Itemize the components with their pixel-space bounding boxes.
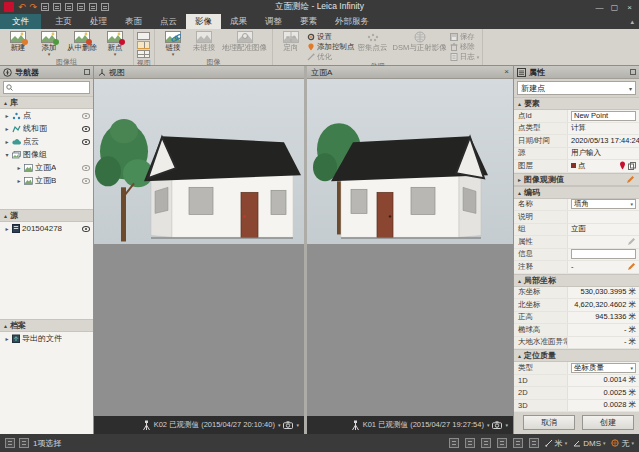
info-field[interactable] <box>571 249 636 259</box>
add-images-button[interactable]: 添加 ▾ <box>34 30 64 57</box>
undo-icon[interactable]: ↶ <box>18 2 26 12</box>
location-pin-icon[interactable] <box>619 161 626 170</box>
visibility-eye-icon[interactable] <box>82 139 90 145</box>
new-imagegroup-button[interactable]: 新建 <box>3 30 33 52</box>
settings-button[interactable]: 设置 <box>307 33 355 41</box>
import-icon[interactable] <box>513 438 523 448</box>
link-button[interactable]: 链接 ▾ <box>158 30 188 57</box>
maximize-button[interactable]: ▢ <box>608 2 621 13</box>
tab-file[interactable]: 文件 <box>0 14 41 29</box>
new-object-icon[interactable] <box>53 3 61 11</box>
layer-select-icon[interactable] <box>628 162 636 170</box>
chevron-down-icon[interactable]: ▾ <box>487 422 490 428</box>
georeference-images-button[interactable]: 地理配准图像 <box>220 30 269 52</box>
tab-surfaces[interactable]: 表面 <box>116 14 151 29</box>
pin-icon[interactable] <box>630 69 636 75</box>
clock-icon[interactable] <box>449 438 459 448</box>
snap-tool-icon[interactable] <box>19 438 29 448</box>
visibility-eye-icon[interactable] <box>82 113 90 119</box>
new-point-button[interactable]: 新点 ▾ <box>100 30 130 57</box>
tab-imaging[interactable]: 影像 <box>186 14 221 29</box>
tree-item-point-cloud[interactable]: ▸ 点云 <box>0 135 93 148</box>
create-button[interactable]: 创建 <box>582 415 634 430</box>
report-icon[interactable] <box>465 438 475 448</box>
section-library[interactable]: ▴ 库 <box>0 96 93 109</box>
section-position-quality[interactable]: ▴ 定位质量 <box>514 349 639 362</box>
log-button[interactable]: 日志 ▾ <box>450 53 480 61</box>
tab-features[interactable]: 要素 <box>291 14 326 29</box>
tab-external-services[interactable]: 外部服务 <box>326 14 378 29</box>
viewport-canvas[interactable] <box>94 79 304 416</box>
expander-icon[interactable]: ▸ <box>4 225 10 232</box>
tab-processing[interactable]: 处理 <box>81 14 116 29</box>
tree-item-lines-areas[interactable]: ▸ 线和面 <box>0 122 93 135</box>
cancel-button[interactable]: 取消 <box>523 415 575 430</box>
section-archive[interactable]: ▴ 档案 <box>0 319 93 332</box>
window-layout-icon[interactable] <box>101 3 109 11</box>
section-coding[interactable]: ▴ 编码 <box>514 186 639 199</box>
tree-item-facade-b[interactable]: ▸ 立面B <box>0 174 93 187</box>
redo-icon[interactable]: ↷ <box>30 2 38 12</box>
save-button[interactable]: 保存 <box>450 33 480 41</box>
quality-type-dropdown[interactable]: 坐标质量 ▾ <box>571 363 636 373</box>
expander-icon[interactable]: ▸ <box>4 138 10 145</box>
chevron-down-icon[interactable]: ▾ <box>296 422 299 428</box>
orient-button[interactable]: 定向 <box>276 30 306 52</box>
edit-pencil-icon[interactable] <box>626 175 635 184</box>
import-icon[interactable] <box>65 3 73 11</box>
code-name-dropdown[interactable]: 墙角 ▾ <box>571 199 636 209</box>
visibility-eye-icon[interactable] <box>82 126 90 132</box>
edit-pencil-icon[interactable] <box>627 262 636 271</box>
close-button[interactable]: × <box>623 2 636 13</box>
viewport-header[interactable]: 视图 <box>94 66 304 79</box>
edit-pencil-icon[interactable] <box>627 237 636 246</box>
visibility-eye-icon[interactable] <box>82 226 90 232</box>
select-tool-icon[interactable] <box>5 438 15 448</box>
grid-view-button[interactable] <box>137 50 150 58</box>
tree-item-image-group[interactable]: ▾ 图像组 <box>0 148 93 161</box>
visibility-eye-icon[interactable] <box>82 178 90 184</box>
expander-open-icon[interactable]: ▾ <box>4 151 10 158</box>
coordinate-system-selector[interactable]: 无 ▾ <box>611 438 634 449</box>
point-id-field[interactable]: New Point <box>571 111 636 121</box>
unlink-button[interactable]: 未链接 <box>189 30 219 52</box>
tab-home[interactable]: 主页 <box>46 14 81 29</box>
section-feature[interactable]: ▴ 要素 <box>514 97 639 110</box>
expander-icon[interactable]: ▸ <box>4 125 10 132</box>
remove-from-button[interactable]: 从中删除 <box>65 30 99 52</box>
remove-button[interactable]: 移除 <box>450 43 480 51</box>
tab-pointcloud[interactable]: 点云 <box>151 14 186 29</box>
cut-icon[interactable] <box>89 3 97 11</box>
tab-adjustments[interactable]: 调整 <box>256 14 291 29</box>
section-source[interactable]: ▴ 源 <box>0 209 93 222</box>
angle-unit-selector[interactable]: DMS ▾ <box>573 439 605 448</box>
viewport-header[interactable]: 立面A × <box>307 66 513 79</box>
list-icon[interactable] <box>481 438 491 448</box>
dense-point-cloud-button[interactable]: 密集点云 <box>356 30 390 52</box>
delete-icon[interactable] <box>41 3 49 11</box>
split-view-button[interactable] <box>137 41 150 49</box>
expander-icon[interactable]: ▸ <box>4 112 10 119</box>
station-selector[interactable]: K02 已观测值 (2015/04/27 20:10:40) <box>154 420 275 430</box>
search-input[interactable] <box>3 81 90 94</box>
tree-item-source-file[interactable]: ▸ 201504278 <box>0 222 93 235</box>
expander-icon[interactable]: ▸ <box>4 335 10 342</box>
folder-icon[interactable] <box>529 438 539 448</box>
mode-dropdown[interactable]: 新建点 ▾ <box>517 81 636 95</box>
viewport-canvas[interactable] <box>307 79 513 416</box>
layers-icon[interactable] <box>497 438 507 448</box>
expander-icon[interactable]: ▸ <box>16 177 22 184</box>
folder-icon[interactable] <box>77 3 85 11</box>
expander-icon[interactable]: ▸ <box>16 164 22 171</box>
pin-icon[interactable] <box>84 69 90 75</box>
dsm-ortho-button[interactable]: DSM与正射影像 <box>391 30 449 52</box>
tree-item-facade-a[interactable]: ▸ 立面A <box>0 161 93 174</box>
optimize-button[interactable]: 优化 <box>307 53 355 61</box>
tree-item-exported-files[interactable]: ▸ 导出的文件 <box>0 332 93 345</box>
minimize-button[interactable]: — <box>593 2 606 13</box>
chevron-down-icon[interactable]: ▾ <box>278 422 281 428</box>
section-local-coordinates[interactable]: ▴ 局部坐标 <box>514 274 639 287</box>
station-selector[interactable]: K01 已观测值 (2015/04/27 19:27:54) <box>363 420 484 430</box>
section-image-observations[interactable]: ▸ 图像观测值 <box>514 173 639 186</box>
collapse-ribbon-icon[interactable]: ▴ <box>630 14 639 29</box>
